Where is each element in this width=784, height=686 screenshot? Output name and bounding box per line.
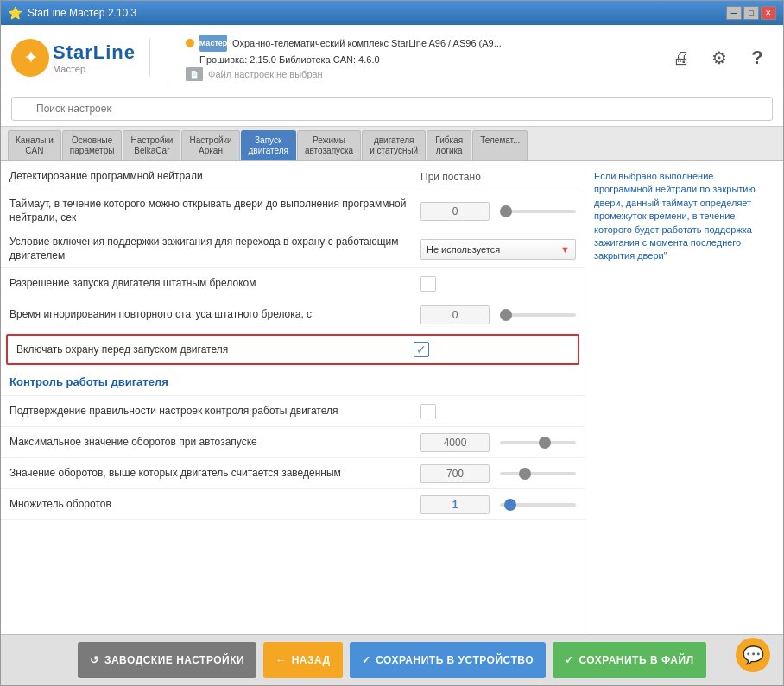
status-dot	[186, 39, 194, 47]
save-device-icon: ✓	[362, 654, 371, 666]
engine-control-section: Контроль работы двигателя	[1, 368, 585, 396]
setting-neutral-detection: Детектирование программной нейтрали При …	[1, 161, 585, 192]
firmware-info: Прошивка: 2.15.0 Библиотека CAN: 4.6.0	[199, 54, 380, 65]
file-label: Файл настроек не выбран	[208, 69, 323, 79]
device-tag: Мастер	[199, 35, 227, 52]
timeout-neutral-label: Таймаут, в течение которого можно открыв…	[9, 198, 420, 224]
tabs-row: Каналы иCAN Основныепараметры НастройкиB…	[1, 127, 783, 161]
logo-star-shape: ✦	[24, 48, 37, 67]
tooltip-panel: Если выбрано выполнение программной нейт…	[585, 161, 783, 634]
search-input[interactable]	[11, 97, 773, 121]
ignition-condition-dropdown[interactable]: Не используется ▼	[420, 239, 576, 260]
factory-settings-button[interactable]: ↺ ЗАВОДСКИЕ НАСТРОЙКИ	[78, 642, 256, 678]
running-rpm-control: 700	[420, 464, 576, 483]
confirm-engine-checkbox[interactable]	[420, 404, 436, 419]
rpm-multiplier-label: Множитель оборотов	[9, 498, 420, 512]
window-controls: ─ □ ✕	[726, 6, 776, 20]
title-icon: ⭐	[8, 6, 22, 20]
setting-running-rpm: Значение оборотов, выше которых двигател…	[1, 458, 585, 489]
remote-start-label: Разрешение запуска двигателя штатным бре…	[9, 277, 420, 291]
header: ✦ StarLine Мастер Мастер Охранно-телемат…	[1, 25, 783, 91]
max-rpm-label: Максимальное значение оборотов при автоз…	[9, 436, 420, 450]
setting-remote-start: Разрешение запуска двигателя штатным бре…	[1, 268, 585, 299]
running-rpm-label: Значение оборотов, выше которых двигател…	[9, 467, 420, 481]
logo-starline-text: StarLine	[53, 41, 136, 64]
factory-label: ЗАВОДСКИЕ НАСТРОЙКИ	[104, 654, 244, 666]
enable-guard-control: ✓	[414, 342, 569, 357]
logo-text: StarLine Мастер	[53, 41, 136, 74]
max-rpm-slider[interactable]	[500, 441, 576, 444]
settings-button[interactable]: ⚙	[704, 42, 735, 73]
max-rpm-thumb	[539, 437, 551, 449]
setting-confirm-engine-control: Подтверждение правильности настроек конт…	[1, 396, 585, 427]
main-window: ⭐ StarLine Мастер 2.10.3 ─ □ ✕ ✦ StarLin…	[0, 0, 784, 686]
tooltip-text: Если выбрано выполнение программной нейт…	[594, 171, 756, 261]
logo-icon: ✦	[11, 39, 49, 77]
rpm-multiplier-slider[interactable]	[500, 503, 576, 507]
confirm-engine-control-ctrl	[420, 404, 576, 419]
setting-ignore-time: Время игнорирования повторного статуса ш…	[1, 299, 585, 330]
tab-engine-start[interactable]: Запускдвигателя	[241, 130, 296, 160]
header-actions: 🖨 ⚙ ?	[666, 42, 773, 73]
ignore-time-value: 0	[420, 305, 490, 324]
logo-area: ✦ StarLine Мастер	[11, 39, 150, 77]
enable-guard-checkbox[interactable]: ✓	[414, 342, 429, 357]
enable-guard-label: Включать охрану перед запуском двигателя	[16, 343, 414, 357]
logo-master-text: Мастер	[53, 64, 136, 74]
close-button[interactable]: ✕	[761, 6, 776, 20]
tab-channels-can[interactable]: Каналы иCAN	[8, 130, 61, 160]
file-row: 📄 Файл настроек не выбран	[186, 67, 655, 81]
ignition-condition-label: Условие включения поддержки зажигания дл…	[9, 236, 420, 262]
minimize-button[interactable]: ─	[726, 6, 742, 20]
tab-arkan[interactable]: НастройкиАркан	[181, 130, 239, 160]
back-button[interactable]: ← НАЗАД	[263, 642, 343, 678]
ignore-time-thumb	[500, 309, 512, 321]
neutral-detection-control: При постано	[420, 171, 576, 183]
max-rpm-control: 4000	[420, 433, 576, 452]
save-file-label: СОХРАНИТЬ В ФАЙЛ	[579, 654, 693, 666]
remote-start-control	[420, 276, 576, 292]
main-content: Детектирование программной нейтрали При …	[1, 161, 783, 634]
print-button[interactable]: 🖨	[666, 42, 697, 73]
timeout-neutral-thumb	[500, 205, 512, 217]
ignition-condition-value: Не используется	[427, 244, 500, 255]
tab-belkacar[interactable]: НастройкиBelkaCar	[123, 130, 180, 160]
running-rpm-thumb	[519, 468, 531, 480]
window-title: StarLine Мастер 2.10.3	[28, 7, 726, 19]
file-icon: 📄	[186, 67, 203, 81]
maximize-button[interactable]: □	[743, 6, 759, 20]
firmware-row: Прошивка: 2.15.0 Библиотека CAN: 4.6.0	[186, 54, 655, 65]
chat-icon: 💬	[743, 645, 764, 665]
rpm-multiplier-control: 1	[420, 495, 576, 514]
rpm-multiplier-value: 1	[420, 495, 490, 514]
remote-start-checkbox[interactable]	[420, 276, 436, 292]
search-wrapper: 🔍	[11, 97, 773, 121]
checkbox-check-icon: ✓	[416, 343, 427, 356]
setting-ignition-condition: Условие включения поддержки зажигания дл…	[1, 230, 585, 268]
neutral-detection-label: Детектирование программной нейтрали	[9, 170, 420, 184]
factory-icon: ↺	[90, 654, 99, 666]
timeout-neutral-slider[interactable]	[500, 210, 576, 213]
tab-flexible-logic[interactable]: Гибкаялогика	[427, 130, 471, 160]
save-file-button[interactable]: ✓ СОХРАНИТЬ В ФАЙЛ	[553, 642, 706, 678]
help-button[interactable]: ?	[742, 42, 773, 73]
save-device-label: СОХРАНИТЬ В УСТРОЙСТВО	[376, 654, 534, 666]
save-device-button[interactable]: ✓ СОХРАНИТЬ В УСТРОЙСТВО	[350, 642, 546, 678]
running-rpm-value: 700	[420, 464, 490, 483]
bottom-bar: ↺ ЗАВОДСКИЕ НАСТРОЙКИ ← НАЗАД ✓ СОХРАНИТ…	[1, 634, 783, 685]
title-bar: ⭐ StarLine Мастер 2.10.3 ─ □ ✕	[1, 1, 783, 25]
tab-telematic[interactable]: Телемат...	[472, 130, 528, 160]
tab-autostart-modes[interactable]: Режимыавтозапуска	[297, 130, 361, 160]
confirm-engine-control-label: Подтверждение правильности настроек конт…	[9, 405, 420, 419]
device-name-row: Мастер Охранно-телематический комплекс S…	[186, 35, 655, 52]
chat-bubble-button[interactable]: 💬	[736, 638, 770, 672]
back-icon: ←	[275, 654, 287, 666]
running-rpm-slider[interactable]	[500, 472, 576, 475]
tab-engine-status[interactable]: двигателяи статусный	[362, 130, 426, 160]
device-tag-label: Мастер	[199, 39, 228, 47]
device-name: Охранно-телематический комплекс StarLine…	[232, 38, 502, 48]
save-file-icon: ✓	[565, 654, 574, 666]
ignore-time-slider[interactable]	[500, 313, 576, 317]
setting-timeout-neutral: Таймаут, в течение которого можно открыв…	[1, 192, 585, 230]
tab-basic-params[interactable]: Основныепараметры	[62, 130, 123, 160]
